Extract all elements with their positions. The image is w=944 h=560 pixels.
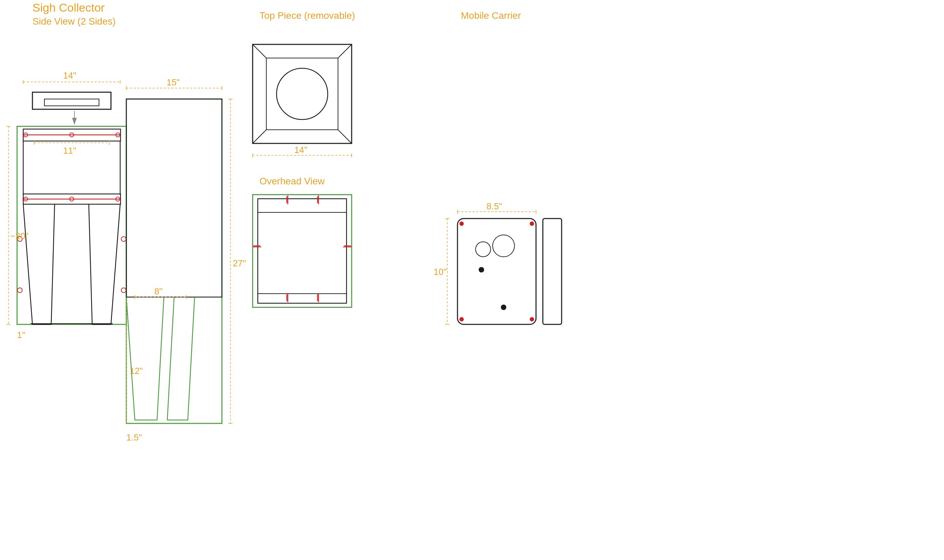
svg-point-20	[17, 288, 22, 292]
svg-rect-100	[543, 218, 562, 325]
svg-point-89	[493, 235, 515, 257]
svg-text:27": 27"	[233, 258, 246, 268]
svg-rect-37	[126, 99, 222, 297]
svg-point-92	[460, 222, 464, 226]
svg-text:Mobile Carrier: Mobile Carrier	[461, 10, 521, 21]
svg-rect-67	[258, 199, 346, 303]
svg-text:~20": ~20"	[10, 231, 28, 241]
svg-point-93	[530, 222, 534, 226]
svg-text:11": 11"	[63, 145, 76, 156]
svg-point-94	[460, 317, 464, 321]
svg-rect-66	[253, 195, 352, 307]
svg-rect-54	[253, 45, 352, 143]
svg-text:12": 12"	[130, 366, 143, 376]
svg-text:1": 1"	[17, 330, 25, 340]
svg-text:8.5": 8.5"	[486, 201, 502, 211]
svg-point-95	[530, 317, 534, 321]
svg-text:Top Piece (removable): Top Piece (removable)	[260, 10, 355, 21]
svg-text:Sigh Collector: Sigh Collector	[32, 1, 105, 14]
svg-point-22	[121, 288, 126, 292]
svg-text:Side View (2 Sides): Side View (2 Sides)	[32, 16, 116, 27]
svg-point-21	[121, 237, 126, 242]
svg-rect-5	[17, 126, 126, 325]
svg-text:Overhead View: Overhead View	[260, 176, 325, 186]
svg-line-55	[253, 45, 266, 58]
svg-text:8": 8"	[154, 286, 163, 296]
svg-point-90	[479, 267, 484, 272]
svg-point-88	[476, 242, 490, 257]
svg-rect-68	[258, 199, 346, 212]
svg-point-91	[501, 305, 506, 310]
svg-text:10": 10"	[434, 267, 447, 277]
svg-line-56	[338, 45, 352, 58]
svg-text:14": 14"	[294, 145, 307, 155]
svg-rect-3	[45, 99, 99, 106]
svg-text:1.5": 1.5"	[126, 432, 142, 443]
svg-line-58	[338, 130, 352, 143]
svg-rect-69	[258, 294, 346, 303]
svg-rect-87	[458, 218, 536, 325]
page: { "title": "Sigh Collector", "sections":…	[0, 0, 944, 560]
main-drawing: Sigh Collector Side View (2 Sides) 14"	[0, 0, 944, 560]
svg-point-60	[277, 68, 328, 120]
svg-rect-59	[266, 58, 338, 130]
svg-line-57	[253, 130, 266, 143]
svg-text:14": 14"	[63, 70, 76, 81]
svg-text:15": 15"	[167, 77, 180, 88]
